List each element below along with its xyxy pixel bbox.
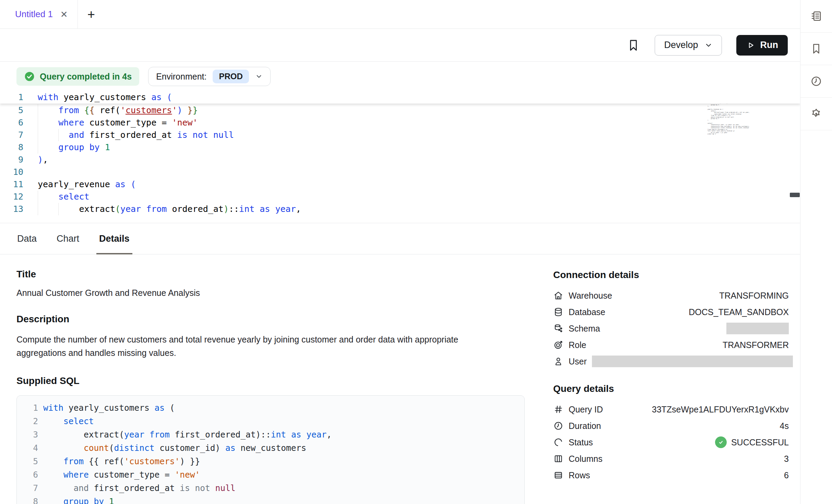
code-line: 1with yearly_customers as ( — [0, 91, 800, 104]
close-icon[interactable]: ✕ — [60, 10, 68, 19]
new-tab-button[interactable]: + — [87, 8, 95, 21]
spinner-icon — [553, 437, 563, 447]
code-line: 3 extract(year from first_ordered_at)::i… — [21, 428, 524, 441]
code-line: 4 count(distinct customer_id) as new_cus… — [21, 441, 524, 455]
detail-label: Duration — [569, 421, 601, 431]
code-line: 2 select — [21, 415, 524, 428]
detail-label: Columns — [569, 454, 603, 464]
detail-value: 3 — [784, 454, 789, 464]
check-circle-icon — [24, 71, 35, 82]
environment-value-pill: PROD — [213, 70, 249, 83]
indent-guide — [38, 141, 38, 154]
detail-label: Role — [569, 340, 586, 350]
detail-label: Status — [569, 437, 593, 447]
detail-label: Database — [569, 307, 605, 317]
code-line: 10 — [0, 166, 800, 178]
line-number: 9 — [0, 154, 23, 166]
line-number: 3 — [21, 428, 38, 441]
line-number: 13 — [0, 203, 23, 215]
history-icon — [810, 75, 822, 87]
environment-label: Environment: — [156, 72, 206, 82]
detail-row-user: User — [553, 353, 789, 370]
detail-row-database: DatabaseDOCS_TEAM_SANDBOX — [553, 304, 789, 320]
description-heading: Description — [16, 314, 549, 325]
line-number: 10 — [0, 166, 23, 178]
chevron-down-icon — [704, 41, 713, 49]
line-number: 4 — [21, 441, 38, 455]
detail-value: SUCCESSFUL — [715, 436, 789, 448]
code-line: 13 extract(year from ordered_at)::int as… — [0, 203, 800, 215]
toolbar: Develop Run — [0, 29, 800, 62]
detail-row-status: StatusSUCCESSFUL — [553, 434, 789, 451]
scrollbar-handle[interactable] — [790, 193, 800, 197]
indent-guide — [38, 129, 38, 141]
detail-row-role: RoleTRANSFORMER — [553, 337, 789, 353]
detail-label: Schema — [569, 324, 600, 334]
tab-chart[interactable]: Chart — [57, 223, 79, 254]
code-line: 8 group by 1 — [21, 495, 524, 504]
line-number: 6 — [0, 117, 23, 129]
details-right-column: Connection details WarehouseTRANSFORMING… — [549, 254, 800, 504]
app-window: Untitled 1 ✕ + Develop Run Query compl — [0, 0, 832, 504]
rail-button-bookmark[interactable] — [800, 33, 832, 65]
rows-icon — [553, 470, 563, 480]
indent-guide — [38, 203, 38, 215]
main-pane: Untitled 1 ✕ + Develop Run Query compl — [0, 0, 800, 504]
run-button[interactable]: Run — [736, 35, 788, 56]
columns-icon — [553, 454, 563, 464]
sql-editor[interactable]: 1with yearly_customers as ( 5 from {{ re… — [0, 91, 800, 223]
develop-dropdown-button[interactable]: Develop — [655, 35, 722, 56]
supplied-sql-heading: Supplied SQL — [16, 375, 549, 386]
play-icon — [746, 40, 756, 50]
rail-button-history[interactable] — [800, 65, 832, 98]
status-bar: Query completed in 4s Environment: PROD — [0, 62, 800, 91]
detail-value: TRANSFORMER — [723, 340, 789, 350]
title-heading: Title — [16, 269, 549, 280]
detail-row-columns: Columns3 — [553, 451, 789, 467]
indent-guide — [38, 104, 38, 117]
notebook-icon — [810, 10, 822, 22]
line-number: 1 — [21, 401, 38, 415]
detail-row-duration: Duration4s — [553, 418, 789, 434]
indent-guide — [58, 203, 59, 215]
line-number: 5 — [0, 104, 23, 117]
query-details-rows: Query ID33TZseWpe1ALFDUYerxR1gVKxbvDurat… — [553, 401, 789, 483]
sticky-line: 1with yearly_customers as ( — [0, 91, 800, 104]
tab-data[interactable]: Data — [17, 223, 37, 254]
user-icon — [553, 356, 563, 367]
detail-label: Query ID — [569, 405, 603, 415]
tab-untitled-1[interactable]: Untitled 1 ✕ — [0, 0, 78, 28]
detail-value: 33TZseWpe1ALFDUYerxR1gVKxbv — [652, 405, 789, 415]
schema-icon — [553, 323, 563, 334]
detail-row-warehouse: WarehouseTRANSFORMING — [553, 287, 789, 304]
environment-dropdown[interactable]: Environment: PROD — [148, 67, 271, 86]
detail-value: 6 — [784, 470, 789, 480]
line-number: 2 — [21, 415, 38, 428]
bookmark-button[interactable] — [627, 38, 640, 53]
code-line: 5 from {{ ref('customers') }} — [0, 104, 800, 117]
indent-guide — [38, 191, 38, 203]
indent-guide — [38, 117, 38, 129]
redacted-value — [592, 356, 793, 367]
query-status-text: Query completed in 4s — [40, 72, 132, 82]
connection-details-rows: WarehouseTRANSFORMINGDatabaseDOCS_TEAM_S… — [553, 287, 789, 370]
supplied-sql-block: 1with yearly_customers as (2 select3 ext… — [16, 395, 525, 504]
develop-label: Develop — [664, 40, 698, 50]
redacted-value — [726, 323, 789, 334]
tab-details[interactable]: Details — [99, 223, 130, 254]
line-number: 8 — [21, 495, 38, 504]
code-line: 6 where customer_type = 'new' — [21, 468, 524, 481]
code-line: 11yearly_revenue as ( — [0, 178, 800, 191]
code-line: 5 from {{ ref('customers') }} — [21, 455, 524, 468]
line-number: 8 — [0, 141, 23, 154]
tab-bar: Untitled 1 ✕ + — [0, 0, 800, 29]
rail-button-notebook[interactable] — [800, 0, 832, 33]
indent-guide — [58, 129, 59, 141]
query-details-heading: Query details — [553, 383, 789, 394]
detail-label: User — [569, 357, 587, 367]
rail-button-sparkle[interactable] — [800, 98, 832, 130]
line-number: 5 — [21, 455, 38, 468]
tab-title: Untitled 1 — [15, 9, 53, 20]
hash-icon — [553, 404, 563, 415]
query-status-badge: Query completed in 4s — [16, 67, 139, 86]
